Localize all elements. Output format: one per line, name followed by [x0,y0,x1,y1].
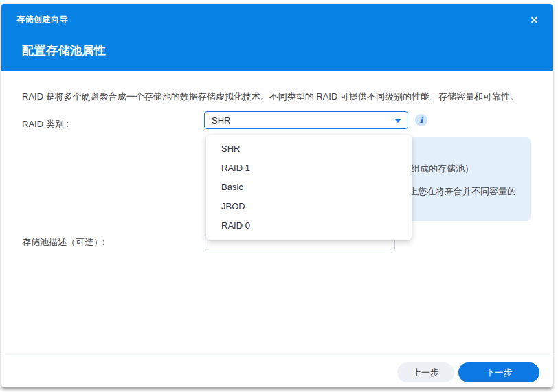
raid-description-text: RAID 是将多个硬盘聚合成一个存储池的数据存储虚拟化技术。不同类型的 RAID… [22,91,544,103]
close-icon[interactable]: ✕ [526,12,542,27]
page-title: 配置存储池属性 [22,43,107,58]
next-button[interactable]: 下一步 [458,362,539,382]
dropdown-option-raid0[interactable]: RAID 0 [206,216,412,235]
dialog-header: 存储创建向导 ✕ 配置存储池属性 [1,4,553,71]
back-button[interactable]: 上一步 [397,362,454,382]
dropdown-option-basic[interactable]: Basic [206,178,412,197]
chevron-down-icon [394,119,401,123]
raid-info-line-2: 上您在将来合并不同容量的 [409,185,516,198]
dropdown-option-jbod[interactable]: JBOD [206,197,412,216]
raid-type-dropdown-panel: SHR RAID 1 Basic JBOD RAID 0 [206,135,412,240]
dropdown-option-shr[interactable]: SHR [206,139,412,159]
dialog-title: 存储创建向导 [16,14,68,25]
raid-type-combobox[interactable]: SHR [204,111,408,129]
pool-description-label: 存储池描述（可选）: [22,236,105,249]
raid-info-line-1: 组成的存储池） [411,163,473,175]
footer-divider [1,356,553,356]
raid-type-label: RAID 类别 : [22,118,69,130]
info-icon[interactable]: i [415,114,427,126]
storage-wizard-dialog: 存储创建向导 ✕ 配置存储池属性 RAID 是将多个硬盘聚合成一个存储池的数据存… [1,4,553,387]
dropdown-option-raid1[interactable]: RAID 1 [206,159,412,178]
raid-type-selected-value: SHR [212,115,230,126]
